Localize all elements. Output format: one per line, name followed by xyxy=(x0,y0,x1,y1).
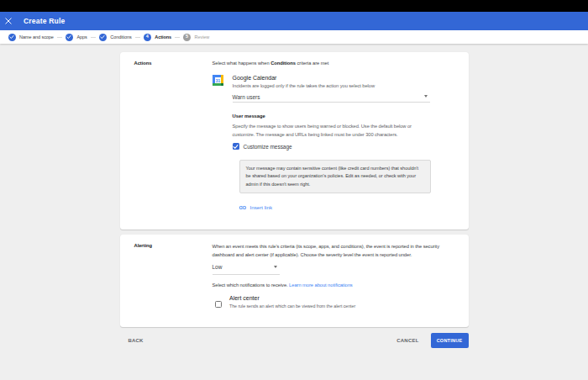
alerting-card: Alerting When an event meets this rule's… xyxy=(120,235,469,328)
step-number: 4 xyxy=(146,34,149,40)
app-row: 31 Google Calendar Incidents are logged … xyxy=(213,74,467,89)
severity-select-value: Low xyxy=(213,263,280,271)
user-message-heading: User message xyxy=(233,113,467,119)
intro-bold-word: Conditions xyxy=(270,61,296,66)
page-title: Create Rule xyxy=(24,17,65,25)
back-button[interactable]: BACK xyxy=(125,334,147,347)
check-icon xyxy=(100,34,105,40)
step-check-circle xyxy=(66,34,73,41)
dropdown-arrow-icon xyxy=(274,266,277,268)
check-icon xyxy=(9,34,14,40)
actions-intro-text: Select what happens when Conditions crit… xyxy=(213,60,467,66)
step-label: Conditions xyxy=(110,34,132,40)
user-message-textarea[interactable]: Your message may contain sensitive conte… xyxy=(239,160,431,193)
step-label: Review xyxy=(195,34,210,40)
step-conditions[interactable]: Conditions xyxy=(99,34,132,41)
step-number-circle: 5 xyxy=(183,34,191,41)
wizard-stepper: Name and scope Apps Conditions 4 Actions… xyxy=(0,30,588,44)
dialog-titlebar: Create Rule xyxy=(0,12,588,30)
browser-chrome-bar xyxy=(0,0,588,12)
user-message-description: Specify the message to show users being … xyxy=(233,122,421,139)
cancel-button[interactable]: CANCEL xyxy=(393,334,422,347)
alerting-section-label: Alerting xyxy=(120,235,213,328)
intro-suffix: criteria are met xyxy=(296,61,328,66)
close-icon[interactable] xyxy=(4,17,13,25)
step-connector xyxy=(57,37,62,38)
wizard-body: Actions Select what happens when Conditi… xyxy=(0,52,588,348)
step-review[interactable]: 5 Review xyxy=(183,34,209,41)
action-select-value: Warn users xyxy=(233,93,430,101)
actions-card: Actions Select what happens when Conditi… xyxy=(120,52,469,230)
insert-link-button[interactable]: Insert link xyxy=(239,203,272,212)
checkbox-checked-icon xyxy=(233,143,239,150)
dropdown-arrow-icon xyxy=(424,95,428,98)
checkbox-unchecked-icon xyxy=(215,301,222,308)
step-label: Apps xyxy=(76,34,87,40)
step-connector xyxy=(175,37,180,38)
step-number: 5 xyxy=(186,34,188,40)
spacer xyxy=(213,311,467,328)
check-icon xyxy=(66,34,71,40)
notifications-line: Select which notifications to receive. L… xyxy=(213,282,467,288)
severity-select[interactable]: Low xyxy=(213,261,280,275)
check-icon xyxy=(233,144,239,150)
customize-message-label: Customize message xyxy=(244,143,292,150)
step-actions[interactable]: 4 Actions xyxy=(144,34,171,41)
insert-link-label: Insert link xyxy=(250,203,272,211)
step-connector xyxy=(91,37,96,38)
alerting-description: When an event meets this rule's criteria… xyxy=(213,242,456,259)
step-apps[interactable]: Apps xyxy=(66,34,87,41)
customize-message-checkbox[interactable]: Customize message xyxy=(233,143,467,150)
app-name: Google Calendar xyxy=(233,74,375,82)
user-message-value: Your message may contain sensitive conte… xyxy=(246,165,424,189)
intro-prefix: Select what happens when xyxy=(213,61,271,66)
link-icon xyxy=(239,203,247,212)
continue-button[interactable]: CONTINUE xyxy=(431,333,469,348)
step-check-circle xyxy=(99,34,107,41)
actions-section-label: Actions xyxy=(120,52,213,230)
google-calendar-icon: 31 xyxy=(213,74,223,85)
step-label: Actions xyxy=(155,34,171,40)
step-number-circle: 4 xyxy=(144,34,151,41)
app-description: Incidents are logged only if the rule ta… xyxy=(233,82,375,89)
step-name-and-scope[interactable]: Name and scope xyxy=(8,34,54,41)
spacer xyxy=(233,212,467,230)
learn-more-link[interactable]: Learn more about notifications xyxy=(289,282,353,288)
step-connector xyxy=(135,37,140,38)
wizard-footer: BACK CANCEL CONTINUE xyxy=(120,333,469,348)
step-check-circle xyxy=(8,34,16,41)
step-label: Name and scope xyxy=(19,34,54,40)
svg-text:31: 31 xyxy=(215,77,220,82)
notifications-text: Select which notifications to receive. xyxy=(213,282,290,288)
alert-center-checkbox[interactable]: Alert center The rule sends an alert whi… xyxy=(213,294,467,311)
alert-center-description: The rule sends an alert which can be vie… xyxy=(229,303,355,309)
action-select[interactable]: Warn users xyxy=(233,92,430,103)
alert-center-label: Alert center xyxy=(229,294,355,302)
